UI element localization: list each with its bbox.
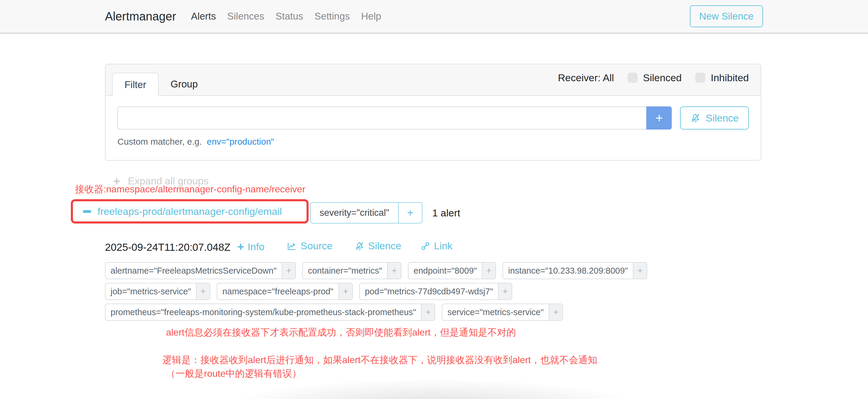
receiver-filter-label[interactable]: Receiver: All — [558, 72, 614, 84]
alert-action-info[interactable]: + Info — [237, 240, 265, 253]
info-plus-icon: + — [237, 240, 244, 253]
alert-timestamp: 2025-09-24T11:20:07.048Z — [105, 241, 230, 253]
label-tag-add-button[interactable]: + — [339, 283, 352, 299]
link-action-label: Link — [434, 240, 453, 252]
label-tag-add-button[interactable]: + — [633, 263, 647, 279]
nav-link-silences[interactable]: Silences — [227, 11, 264, 22]
label-tag-add-button[interactable]: + — [498, 283, 512, 299]
label-row: job="metrics-service" + namespace="freel… — [105, 283, 719, 300]
receiver-group-name: freeleaps-prod/alertmanager-config/email — [97, 206, 282, 217]
alert-labels: alertname="FreeleapsMetricsServiceDown" … — [105, 262, 719, 324]
silence-button-label: Silence — [706, 112, 739, 124]
label-tag-service: service="metrics-service" + — [442, 304, 563, 321]
label-row: prometheus="freeleaps-monitoring-system/… — [105, 304, 719, 321]
nav-link-settings[interactable]: Settings — [314, 11, 350, 22]
label-tag-add-button[interactable]: + — [482, 263, 495, 279]
label-tag-alertname: alertname="FreeleapsMetricsServiceDown" … — [105, 262, 296, 279]
nav-links: Alerts Silences Status Settings Help — [191, 11, 381, 22]
label-tag-add-button[interactable]: + — [421, 304, 435, 320]
hint-prefix: Custom matcher, e.g. — [117, 137, 202, 147]
label-tag-text: endpoint="8009" — [408, 263, 482, 279]
group-matcher-add-button[interactable]: + — [398, 203, 422, 223]
label-tag-endpoint: endpoint="8009" + — [408, 262, 496, 279]
nav-link-status[interactable]: Status — [275, 11, 303, 22]
silenced-checkbox-group[interactable]: Silenced — [627, 72, 682, 84]
label-tag-text: job="metrics-service" — [105, 283, 196, 299]
chart-line-icon — [286, 241, 297, 251]
app-brand[interactable]: Alertmanager — [105, 10, 176, 23]
add-matcher-button[interactable]: + — [646, 106, 672, 129]
matcher-input[interactable] — [117, 106, 646, 129]
filter-panel: Filter Group Receiver: All Silenced Inhi… — [105, 64, 761, 161]
label-tag-container: container="metrics" + — [302, 262, 401, 279]
source-action-label: Source — [301, 240, 333, 252]
hint-example-link[interactable]: env="production" — [207, 137, 274, 147]
annotation-alert-note: alert信息必须在接收器下才表示配置成功，否则即使能看到alert，但是通知是… — [166, 326, 516, 339]
tab-group[interactable]: Group — [159, 73, 210, 96]
label-tag-text: prometheus="freeleaps-monitoring-system/… — [105, 304, 421, 320]
label-tag-namespace: namespace="freeleaps-prod" + — [217, 283, 352, 300]
label-tag-text: alertname="FreeleapsMetricsServiceDown" — [105, 263, 282, 279]
annotation-logic-note: 逻辑是：接收器收到alert后进行通知，如果alert不在接收器下，说明接收器没… — [162, 354, 597, 366]
label-tag-instance: instance="10.233.98.209:8009" + — [502, 262, 647, 279]
matcher-input-group: + — [117, 106, 672, 129]
alert-action-source[interactable]: Source — [286, 240, 333, 252]
nav-link-help[interactable]: Help — [361, 11, 381, 22]
filter-panel-body: + Silence Custom matcher, e.g. env="prod… — [105, 96, 761, 147]
label-tag-add-button[interactable]: + — [196, 283, 210, 299]
annotation-red-box: freeleaps-prod/alertmanager-config/email — [71, 199, 309, 223]
annotation-logic-note-2: （一般是route中的逻辑有错误） — [166, 367, 302, 380]
label-tag-text: namespace="freeleaps-prod" — [217, 283, 338, 299]
alert-count: 1 alert — [432, 202, 460, 223]
alert-action-silence[interactable]: Silence — [354, 240, 401, 252]
label-tag-text: service="metrics-service" — [442, 304, 549, 320]
matcher-hint: Custom matcher, e.g. env="production" — [117, 137, 749, 147]
silence-button[interactable]: Silence — [680, 106, 749, 129]
label-tag-add-button[interactable]: + — [282, 263, 295, 279]
label-row: alertname="FreeleapsMetricsServiceDown" … — [105, 262, 719, 279]
info-action-label: Info — [248, 241, 265, 252]
silence-action-label: Silence — [368, 240, 401, 252]
inhibited-checkbox-group[interactable]: Inhibited — [695, 72, 749, 84]
silenced-checkbox-label[interactable]: Silenced — [643, 72, 682, 84]
silenced-checkbox[interactable] — [627, 73, 638, 83]
annotation-receiver-note: 接收器:namespace/altermanager-config-name/r… — [75, 183, 305, 196]
tab-filter[interactable]: Filter — [112, 73, 159, 96]
bell-slash-icon — [690, 113, 701, 123]
alert-action-link[interactable]: Link — [421, 240, 453, 252]
new-silence-button[interactable]: New Silence — [690, 5, 763, 27]
filter-options: Receiver: All Silenced Inhibited — [558, 72, 749, 84]
chain-link-icon — [421, 241, 430, 251]
label-tag-text: pod="metrics-77d9cdb497-wdsj7" — [360, 283, 498, 299]
navbar: Alertmanager Alerts Silences Status Sett… — [0, 0, 868, 34]
nav-link-alerts[interactable]: Alerts — [191, 11, 216, 22]
receiver-group-toggle[interactable]: freeleaps-prod/alertmanager-config/email — [83, 206, 282, 217]
label-tag-job: job="metrics-service" + — [105, 283, 210, 300]
collapse-minus-icon — [83, 210, 91, 213]
bell-slash-icon — [354, 241, 365, 251]
label-tag-text: instance="10.233.98.209:8009" — [503, 263, 633, 279]
group-matcher-text: severity="critical" — [311, 203, 398, 223]
panel-tabs: Filter Group — [112, 73, 210, 96]
inhibited-checkbox[interactable] — [695, 73, 705, 83]
label-tag-pod: pod="metrics-77d9cdb497-wdsj7" + — [359, 283, 512, 300]
matcher-row: + Silence — [117, 106, 749, 129]
inhibited-checkbox-label[interactable]: Inhibited — [711, 72, 749, 84]
alertmanager-page: Alertmanager Alerts Silences Status Sett… — [0, 0, 868, 399]
label-tag-add-button[interactable]: + — [549, 304, 562, 320]
label-tag-prometheus: prometheus="freeleaps-monitoring-system/… — [105, 304, 435, 321]
label-tag-text: container="metrics" — [303, 263, 387, 279]
label-tag-add-button[interactable]: + — [387, 263, 401, 279]
group-matcher-chip: severity="critical" + — [310, 202, 423, 223]
filter-panel-header: Filter Group Receiver: All Silenced Inhi… — [105, 64, 761, 96]
